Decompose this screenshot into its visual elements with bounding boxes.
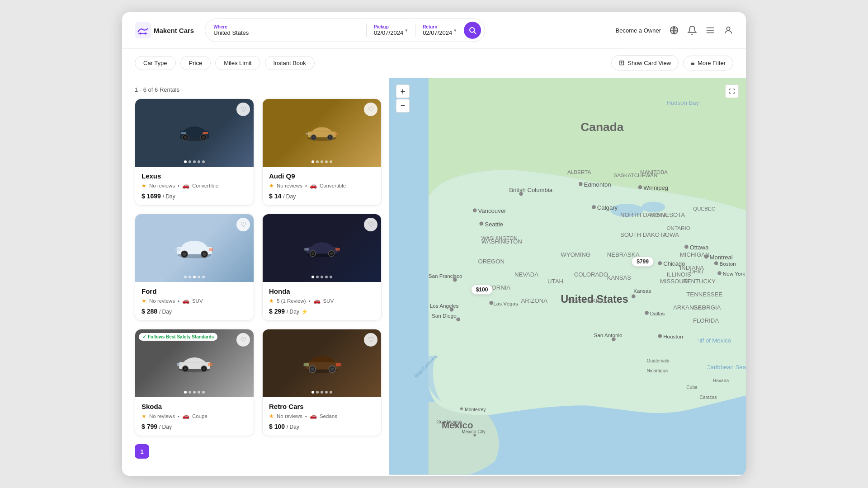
car-reviews-retro: No reviews (277, 413, 302, 419)
flash-icon: ⚡ (301, 309, 308, 315)
dot-sep: • (309, 298, 311, 304)
pickup-field[interactable]: Pickup 02/07/2024 ▾ (374, 24, 408, 36)
show-card-view-button[interactable]: ⊞ Show Card View (611, 55, 679, 70)
svg-text:Boston: Boston (719, 261, 736, 267)
become-owner-button[interactable]: Become a Owner (616, 27, 661, 34)
car-type-filter[interactable]: Car Type (135, 56, 176, 70)
more-filter-button[interactable]: ≡ More Filter (683, 56, 733, 70)
dots-retro (311, 391, 332, 394)
car-card-lexus[interactable]: ♡ Lexus ★ No reviews (135, 99, 254, 206)
svg-text:Canada: Canada (580, 120, 623, 134)
map-controls: + − (396, 84, 410, 113)
svg-text:TENNESSEE: TENNESSEE (686, 291, 722, 298)
dot-sep: • (305, 183, 307, 188)
safety-check-icon: ✓ (142, 334, 146, 339)
car-type-icon: 🚗 (182, 297, 189, 304)
svg-point-15 (202, 136, 205, 139)
dot-sep: • (178, 298, 179, 304)
car-card-retro[interactable]: ♡ Retro Cars ★ No review (262, 329, 382, 436)
svg-text:San Antonio: San Antonio (594, 333, 623, 338)
map-fullscreen-button[interactable] (725, 84, 739, 98)
search-icon (468, 26, 476, 34)
map-price-badge-100[interactable]: $100 (471, 285, 493, 295)
menu-button[interactable] (705, 25, 715, 35)
car-type-skoda: Coupe (192, 413, 208, 419)
map-area[interactable]: Canada United States Mexico Vancouver Se… (389, 77, 746, 476)
dot-sep: • (305, 413, 307, 419)
car-image-wrap-audi: ♡ (263, 99, 381, 167)
car-reviews-skoda: No reviews (149, 413, 175, 419)
search-bar: Where United States Pickup 02/07/2024 ▾ … (205, 19, 485, 42)
svg-text:KANSAS: KANSAS (607, 274, 632, 281)
car-meta-honda: ★ 5 (1 Review) • 🚗 SUV (269, 297, 375, 304)
return-field[interactable]: Return 02/07/2024 ▾ (423, 24, 457, 36)
notifications-button[interactable] (687, 25, 697, 35)
svg-point-14 (184, 136, 187, 139)
favorite-button-retro[interactable]: ♡ (364, 333, 377, 347)
miles-limit-filter[interactable]: Miles Limit (215, 56, 260, 70)
favorite-button-audi[interactable]: ♡ (364, 103, 377, 116)
page-1-button[interactable]: 1 (135, 444, 149, 459)
dot (189, 276, 191, 278)
svg-text:ALBERTA: ALBERTA (567, 169, 591, 175)
svg-point-57 (330, 367, 334, 371)
zoom-out-button[interactable]: − (396, 99, 410, 113)
car-reviews-ford: No reviews (149, 298, 175, 304)
car-image-audi (263, 99, 381, 167)
car-image-wrap-lexus: ♡ (135, 99, 254, 167)
zoom-in-button[interactable]: + (396, 84, 410, 98)
where-field[interactable]: Where United States (213, 24, 359, 36)
svg-text:New York: New York (723, 271, 745, 277)
car-card-honda[interactable]: ♡ Honda ★ 5 (1 Review) (262, 214, 382, 321)
car-type-icon: 🚗 (310, 182, 317, 189)
svg-text:WASHINGTON: WASHINGTON (481, 235, 518, 241)
svg-text:OHIO: OHIO (690, 268, 703, 274)
car-meta-retro: ★ No reviews • 🚗 Sedans (269, 413, 375, 419)
favorite-button-ford[interactable]: ♡ (236, 218, 250, 231)
svg-rect-20 (306, 133, 309, 135)
globe-button[interactable] (669, 25, 679, 35)
map-price-badge-799[interactable]: $799 (632, 257, 654, 267)
car-card-skoda[interactable]: ♡ ✓ Follows Best Safety Standards (135, 329, 254, 436)
svg-line-4 (474, 32, 476, 33)
logo-icon (135, 22, 151, 38)
logo: Makent Cars (135, 22, 194, 38)
favorite-button-lexus[interactable]: ♡ (236, 103, 250, 116)
favorite-button-skoda[interactable]: ♡ (236, 333, 250, 347)
user-icon (723, 25, 733, 35)
svg-text:NEVADA: NEVADA (514, 271, 538, 278)
svg-text:Montreal: Montreal (710, 254, 733, 261)
svg-rect-16 (181, 132, 186, 134)
car-card-ford[interactable]: ♡ Ford ★ No reviews (135, 214, 254, 321)
car-image-ford (135, 214, 254, 282)
svg-text:Calgary: Calgary (597, 204, 618, 211)
svg-text:Vancouver: Vancouver (478, 208, 507, 215)
svg-point-135 (460, 408, 463, 410)
filter-bar: Car Type Price Miles Limit Instant Book … (122, 49, 746, 77)
favorite-button-honda[interactable]: ♡ (364, 218, 377, 231)
svg-text:Nicaragua: Nicaragua (647, 368, 668, 373)
svg-point-82 (714, 261, 718, 265)
dot (330, 276, 332, 278)
svg-rect-37 (335, 248, 340, 251)
price-filter[interactable]: Price (180, 56, 211, 70)
svg-text:MINNESOTA: MINNESOTA (650, 211, 685, 218)
svg-text:ILLINOIS: ILLINOIS (666, 271, 691, 278)
car-meta-audi: ★ No reviews • 🚗 Convertible (269, 182, 375, 189)
car-image-wrap-retro: ♡ (263, 329, 381, 397)
dot (198, 160, 200, 163)
svg-point-94 (645, 311, 649, 315)
svg-text:Las Vegas: Las Vegas (493, 300, 518, 306)
instant-book-filter[interactable]: Instant Book (265, 56, 315, 70)
pickup-label: Pickup (374, 24, 403, 29)
car-name-retro: Retro Cars (269, 403, 375, 410)
car-card-audi[interactable]: ♡ Audi Q9 ★ No reviews (262, 99, 382, 206)
search-button[interactable] (464, 22, 481, 39)
dots-audi (311, 160, 332, 163)
car-price-lexus: $ 1699 / Day (142, 192, 247, 200)
skoda-car-svg (175, 352, 214, 375)
user-button[interactable] (723, 25, 733, 35)
svg-point-72 (592, 205, 596, 209)
svg-text:FLORIDA: FLORIDA (693, 317, 719, 324)
car-name-lexus: Lexus (142, 172, 247, 180)
